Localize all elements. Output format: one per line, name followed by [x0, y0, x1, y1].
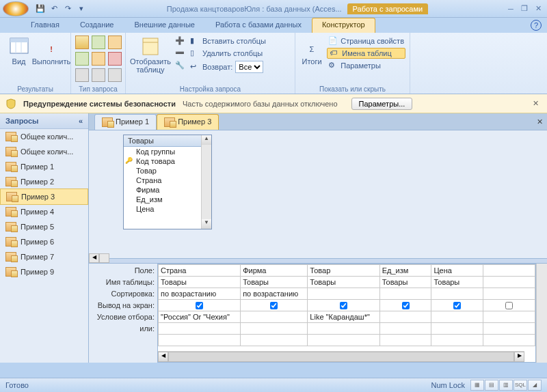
tab-home[interactable]: Главная	[21, 18, 70, 33]
totals-button[interactable]: Σ Итоги	[299, 36, 324, 67]
table-diagram-area[interactable]: Товары Код группыКод товараТоварСтранаФи…	[89, 130, 547, 258]
grid-cell[interactable]	[483, 288, 535, 300]
tablebox-scrollbar[interactable]: ▲▼	[201, 135, 211, 229]
grid-cell[interactable]	[241, 323, 308, 335]
design-grid[interactable]: СтранаФирмаТоварЕд_измЦенаТоварыТоварыТо…	[157, 264, 536, 363]
grid-cell[interactable]	[308, 300, 379, 311]
grid-cell[interactable]	[159, 335, 241, 346]
grid-cell[interactable]: Товары	[379, 277, 431, 288]
nav-item[interactable]: Пример 5	[0, 219, 88, 234]
nav-item[interactable]: Пример 4	[0, 204, 88, 219]
grid-cell[interactable]	[379, 335, 431, 346]
table-field[interactable]: Код группы	[124, 147, 211, 156]
grid-cell[interactable]	[241, 300, 308, 311]
datadef-query-icon[interactable]	[108, 68, 122, 82]
grid-cell[interactable]	[308, 288, 379, 300]
grid-cell[interactable]: Товары	[241, 277, 308, 288]
delete-columns-button[interactable]: ▯Удалить столбцы	[189, 48, 267, 59]
grid-cell[interactable]: Товары	[431, 277, 483, 288]
run-button[interactable]: ! Выполнить	[36, 36, 66, 67]
table-field[interactable]: Ед_изм	[124, 195, 211, 204]
doc-tab-2[interactable]: Пример 3	[157, 114, 219, 130]
qat-more-icon[interactable]: ▾	[75, 3, 88, 15]
datasheet-view-icon[interactable]: ▦	[470, 380, 484, 391]
doc-close-icon[interactable]: ✕	[537, 117, 543, 126]
save-icon[interactable]: 💾	[34, 3, 46, 15]
grid-cell[interactable]	[241, 335, 308, 346]
tab-database-tools[interactable]: Работа с базами данных	[205, 18, 312, 33]
nav-header[interactable]: Запросы «	[0, 113, 88, 129]
table-field[interactable]: Страна	[124, 176, 211, 185]
grid-cell[interactable]: Ед_изм	[379, 265, 431, 277]
parameters-button[interactable]: ⚙Параметры	[327, 60, 405, 71]
return-rows-control[interactable]: ↩Возврат: Все	[189, 60, 267, 74]
grid-cell[interactable]: Фирма	[241, 265, 308, 277]
pivot-view-icon[interactable]: ▤	[485, 380, 498, 391]
select-query-icon[interactable]	[75, 36, 89, 49]
table-names-button[interactable]: 🏷Имена таблиц	[327, 48, 405, 59]
grid-cell[interactable]	[308, 335, 379, 346]
grid-cell[interactable]	[431, 300, 483, 311]
return-select[interactable]: Все	[235, 61, 263, 73]
sql-view-icon[interactable]: SQL	[513, 380, 527, 391]
grid-cell[interactable]	[431, 323, 483, 335]
grid-cell[interactable]	[431, 288, 483, 300]
grid-cell[interactable]: Цена	[431, 265, 483, 277]
maketable-query-icon[interactable]	[92, 36, 105, 49]
doc-tab-1[interactable]: Пример 1	[94, 114, 157, 130]
security-close-icon[interactable]: ✕	[530, 99, 542, 108]
table-field[interactable]: Код товара	[124, 156, 211, 166]
grid-cell[interactable]	[431, 311, 483, 323]
show-checkbox[interactable]	[402, 302, 410, 309]
grid-cell[interactable]	[159, 300, 241, 311]
show-checkbox[interactable]	[505, 302, 513, 309]
delete-query-icon[interactable]	[108, 52, 122, 66]
restore-icon[interactable]: ❐	[518, 4, 531, 14]
passthrough-query-icon[interactable]	[92, 68, 105, 82]
insert-rows-button[interactable]: ➕	[174, 36, 186, 46]
nav-item[interactable]: Общее колич...	[0, 144, 88, 159]
grid-cell[interactable]: Товар	[308, 265, 379, 277]
grid-cell[interactable]	[308, 323, 379, 335]
show-checkbox[interactable]	[270, 302, 278, 309]
chart-view-icon[interactable]: ▥	[499, 380, 513, 391]
grid-cell[interactable]	[483, 311, 535, 323]
scroll-track[interactable]	[99, 253, 109, 263]
office-button[interactable]	[3, 1, 29, 16]
grid-cell[interactable]: Страна	[159, 265, 241, 277]
tab-create[interactable]: Создание	[70, 18, 124, 33]
grid-cell[interactable]	[379, 311, 431, 323]
nav-item[interactable]: Пример 6	[0, 234, 88, 249]
nav-item[interactable]: Пример 7	[0, 249, 88, 264]
insert-columns-button[interactable]: ▮Вставить столбцы	[189, 36, 267, 46]
grid-cell[interactable]	[483, 323, 535, 335]
grid-cell[interactable]: "Россия" Or "Чехия"	[159, 311, 241, 323]
table-field[interactable]: Фирма	[124, 185, 211, 195]
tab-external-data[interactable]: Внешние данные	[124, 18, 205, 33]
nav-collapse-icon[interactable]: «	[79, 117, 83, 125]
view-button[interactable]: Вид	[4, 36, 34, 67]
show-checkbox[interactable]	[340, 302, 347, 309]
grid-cell[interactable]	[483, 265, 535, 277]
crosstab-query-icon[interactable]	[92, 52, 105, 66]
undo-icon[interactable]: ↶	[48, 3, 60, 15]
grid-cell[interactable]	[379, 300, 431, 311]
show-table-button[interactable]: Отобразить таблицу	[130, 36, 171, 75]
grid-cell[interactable]	[241, 311, 308, 323]
grid-cell[interactable]	[431, 335, 483, 346]
security-options-button[interactable]: Параметры...	[351, 98, 413, 110]
table-box-title[interactable]: Товары	[124, 135, 211, 147]
scroll-left-icon[interactable]: ◀	[89, 253, 99, 263]
grid-vscroll[interactable]	[536, 264, 547, 363]
grid-hscroll[interactable]: ◀▶	[158, 351, 524, 362]
grid-cell[interactable]: по возрастанию	[241, 288, 308, 300]
grid-cell[interactable]	[379, 288, 431, 300]
splitter[interactable]: ◀	[89, 258, 547, 264]
table-box-tovary[interactable]: Товары Код группыКод товараТоварСтранаФи…	[123, 135, 212, 229]
table-field[interactable]: Цена	[124, 204, 211, 214]
nav-item[interactable]: Пример 2	[0, 174, 88, 189]
grid-cell[interactable]	[483, 277, 535, 288]
update-query-icon[interactable]	[75, 52, 89, 66]
table-field[interactable]: Товар	[124, 166, 211, 176]
grid-cell[interactable]: Товары	[308, 277, 379, 288]
